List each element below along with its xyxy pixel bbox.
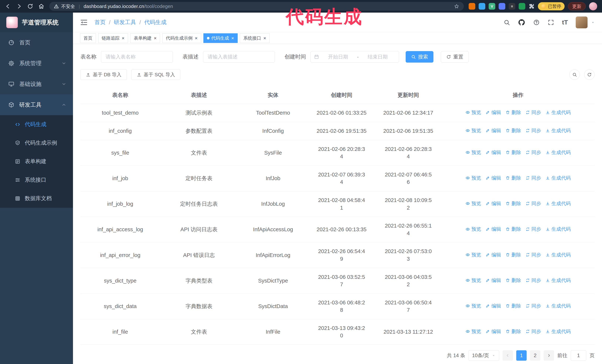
reload-icon[interactable] xyxy=(27,3,33,10)
sidebar-subitem-codegen[interactable]: 代码生成 xyxy=(0,115,73,134)
breadcrumb-item[interactable]: 代码生成 xyxy=(144,19,167,26)
tab-close-icon[interactable]: × xyxy=(195,36,197,41)
extension-icon-1[interactable] xyxy=(469,3,475,10)
header-search-icon[interactable] xyxy=(504,19,510,26)
address-bar[interactable]: 不安全 | dashboard.yudao.iocoder.cn/tool/co… xyxy=(49,2,464,11)
breadcrumb-item[interactable]: 首页 xyxy=(95,19,106,26)
tab-close-icon[interactable]: × xyxy=(122,36,124,41)
action-sync[interactable]: 同步 xyxy=(526,127,541,134)
tab-系统接口[interactable]: 系统接口× xyxy=(240,33,270,43)
action-generate-code[interactable]: 生成代码 xyxy=(546,302,571,309)
tab-表单构建[interactable]: 表单构建× xyxy=(130,33,160,43)
action-edit[interactable]: 编辑 xyxy=(485,175,501,181)
refresh-table-button[interactable] xyxy=(584,69,595,80)
font-size-icon[interactable]: tT xyxy=(562,19,568,26)
date-range-picker[interactable]: - xyxy=(311,51,399,62)
extensions-puzzle-icon[interactable] xyxy=(529,3,535,9)
extension-icon-4[interactable] xyxy=(499,3,505,10)
action-generate-code[interactable]: 生成代码 xyxy=(546,109,571,116)
back-icon[interactable] xyxy=(5,3,11,10)
action-edit[interactable]: 编辑 xyxy=(485,149,501,156)
action-edit[interactable]: 编辑 xyxy=(485,127,501,134)
action-sync[interactable]: 同步 xyxy=(526,328,541,335)
tab-首页[interactable]: 首页 xyxy=(80,33,96,43)
action-generate-code[interactable]: 生成代码 xyxy=(546,226,571,232)
extension-icon-6[interactable] xyxy=(519,3,525,10)
action-preview[interactable]: 预览 xyxy=(465,149,481,156)
action-delete[interactable]: 删除 xyxy=(505,149,521,156)
action-delete[interactable]: 删除 xyxy=(505,302,521,309)
action-sync[interactable]: 同步 xyxy=(526,251,541,258)
tab-close-icon[interactable]: × xyxy=(263,36,266,41)
sidebar-toggle-icon[interactable] xyxy=(80,19,88,26)
page-2[interactable]: 2 xyxy=(530,350,540,361)
action-edit[interactable]: 编辑 xyxy=(485,277,501,284)
sidebar-subitem-db-doc[interactable]: 数据库文档 xyxy=(0,189,73,208)
action-generate-code[interactable]: 生成代码 xyxy=(546,200,571,207)
start-date-input[interactable] xyxy=(320,54,356,60)
action-edit[interactable]: 编辑 xyxy=(485,200,501,207)
action-sync[interactable]: 同步 xyxy=(526,175,541,181)
action-preview[interactable]: 预览 xyxy=(465,277,481,284)
extension-icon-2[interactable] xyxy=(479,3,485,10)
browser-profile-avatar[interactable] xyxy=(589,2,597,10)
action-preview[interactable]: 预览 xyxy=(465,226,481,232)
action-preview[interactable]: 预览 xyxy=(465,200,481,207)
page-1[interactable]: 1 xyxy=(516,350,527,361)
action-sync[interactable]: 同步 xyxy=(526,226,541,232)
action-generate-code[interactable]: 生成代码 xyxy=(546,277,571,284)
action-preview[interactable]: 预览 xyxy=(465,302,481,309)
import-db-button[interactable]: 基于 DB 导入 xyxy=(80,69,127,80)
sidebar-item-infra[interactable]: 基础设施 xyxy=(0,74,73,94)
tab-close-icon[interactable]: × xyxy=(154,36,157,41)
tab-代码生成[interactable]: 代码生成× xyxy=(203,33,238,43)
action-preview[interactable]: 预览 xyxy=(465,109,481,116)
action-delete[interactable]: 删除 xyxy=(505,127,521,134)
action-sync[interactable]: 同步 xyxy=(526,149,541,156)
sidebar-subitem-api[interactable]: 系统接口 xyxy=(0,171,73,189)
action-delete[interactable]: 删除 xyxy=(505,277,521,284)
action-delete[interactable]: 删除 xyxy=(505,328,521,335)
action-edit[interactable]: 编辑 xyxy=(485,328,501,335)
fullscreen-icon[interactable] xyxy=(548,19,554,26)
reset-button[interactable]: 重置 xyxy=(441,51,469,62)
action-delete[interactable]: 删除 xyxy=(505,251,521,258)
action-edit[interactable]: 编辑 xyxy=(485,302,501,309)
action-preview[interactable]: 预览 xyxy=(465,328,481,335)
action-delete[interactable]: 删除 xyxy=(505,200,521,207)
page-size-select[interactable]: 10条/页 xyxy=(468,350,499,361)
action-sync[interactable]: 同步 xyxy=(526,302,541,309)
extension-icon-3[interactable]: V xyxy=(489,3,495,10)
end-date-input[interactable] xyxy=(360,54,396,60)
sidebar-subitem-form-builder[interactable]: 表单构建 xyxy=(0,152,73,171)
action-generate-code[interactable]: 生成代码 xyxy=(546,175,571,181)
breadcrumb-item[interactable]: 研发工具 xyxy=(114,19,136,26)
table-name-input[interactable] xyxy=(101,51,173,62)
tab-链路追踪[interactable]: 链路追踪× xyxy=(98,33,128,43)
help-icon[interactable] xyxy=(533,19,540,26)
sidebar-item-system[interactable]: 系统管理 xyxy=(0,53,73,74)
user-avatar[interactable] xyxy=(576,16,588,28)
action-edit[interactable]: 编辑 xyxy=(485,109,501,116)
action-delete[interactable]: 删除 xyxy=(505,175,521,181)
bookmark-star-icon[interactable] xyxy=(454,3,459,9)
action-generate-code[interactable]: 生成代码 xyxy=(546,251,571,258)
github-icon[interactable] xyxy=(518,19,525,26)
action-delete[interactable]: 删除 xyxy=(505,226,521,232)
action-generate-code[interactable]: 生成代码 xyxy=(546,328,571,335)
action-preview[interactable]: 预览 xyxy=(465,175,481,181)
search-button[interactable]: 搜索 xyxy=(406,51,433,62)
browser-home-icon[interactable] xyxy=(38,3,44,10)
import-sql-button[interactable]: 基于 SQL 导入 xyxy=(131,69,181,80)
toggle-search-button[interactable] xyxy=(570,69,580,80)
tab-close-icon[interactable]: × xyxy=(231,36,234,41)
paused-badge[interactable]: 已暂停 xyxy=(538,2,565,10)
sidebar-item-home[interactable]: 首页 xyxy=(0,32,73,53)
action-sync[interactable]: 同步 xyxy=(526,109,541,116)
action-edit[interactable]: 编辑 xyxy=(485,226,501,232)
sidebar-subitem-codegen-demo[interactable]: 代码生成示例 xyxy=(0,134,73,152)
extension-icon-5[interactable]: ≡ xyxy=(509,3,515,10)
prev-page-button[interactable] xyxy=(503,350,513,361)
action-sync[interactable]: 同步 xyxy=(526,277,541,284)
action-preview[interactable]: 预览 xyxy=(465,127,481,134)
